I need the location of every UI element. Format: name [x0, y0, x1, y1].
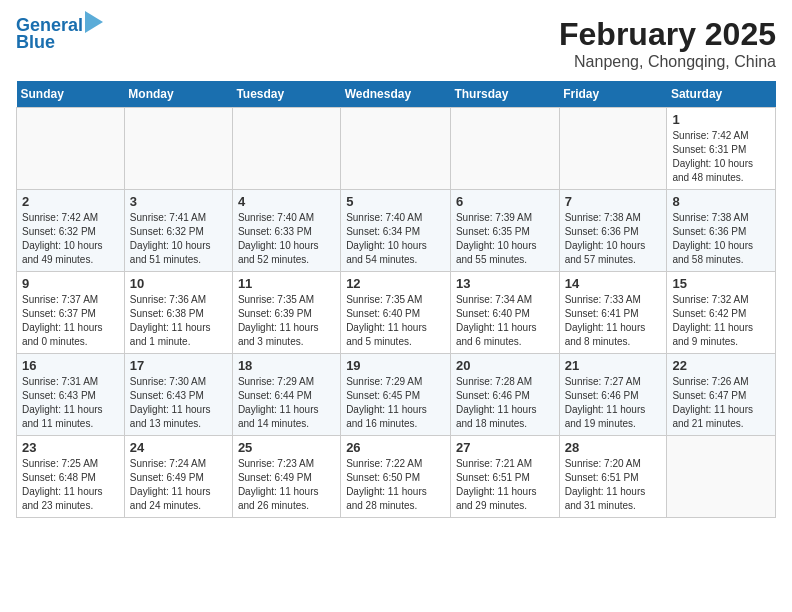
calendar-cell: 18Sunrise: 7:29 AM Sunset: 6:44 PM Dayli…: [232, 354, 340, 436]
calendar-cell: 16Sunrise: 7:31 AM Sunset: 6:43 PM Dayli…: [17, 354, 125, 436]
day-info: Sunrise: 7:34 AM Sunset: 6:40 PM Dayligh…: [456, 293, 554, 349]
weekday-header-monday: Monday: [124, 81, 232, 108]
month-year: February 2025: [559, 16, 776, 53]
day-info: Sunrise: 7:42 AM Sunset: 6:31 PM Dayligh…: [672, 129, 770, 185]
weekday-header-friday: Friday: [559, 81, 667, 108]
day-info: Sunrise: 7:32 AM Sunset: 6:42 PM Dayligh…: [672, 293, 770, 349]
calendar-cell: 20Sunrise: 7:28 AM Sunset: 6:46 PM Dayli…: [450, 354, 559, 436]
logo-blue-text: Blue: [16, 32, 55, 53]
day-number: 13: [456, 276, 554, 291]
calendar-cell: [341, 108, 451, 190]
calendar-cell: [124, 108, 232, 190]
day-number: 11: [238, 276, 335, 291]
calendar-week-row: 16Sunrise: 7:31 AM Sunset: 6:43 PM Dayli…: [17, 354, 776, 436]
calendar-cell: 21Sunrise: 7:27 AM Sunset: 6:46 PM Dayli…: [559, 354, 667, 436]
location: Nanpeng, Chongqing, China: [559, 53, 776, 71]
day-number: 8: [672, 194, 770, 209]
day-number: 23: [22, 440, 119, 455]
calendar-cell: 28Sunrise: 7:20 AM Sunset: 6:51 PM Dayli…: [559, 436, 667, 518]
calendar-cell: 6Sunrise: 7:39 AM Sunset: 6:35 PM Daylig…: [450, 190, 559, 272]
weekday-header-wednesday: Wednesday: [341, 81, 451, 108]
day-info: Sunrise: 7:35 AM Sunset: 6:39 PM Dayligh…: [238, 293, 335, 349]
calendar-cell: [450, 108, 559, 190]
weekday-header-sunday: Sunday: [17, 81, 125, 108]
calendar-cell: [667, 436, 776, 518]
day-number: 26: [346, 440, 445, 455]
day-number: 5: [346, 194, 445, 209]
calendar-cell: 8Sunrise: 7:38 AM Sunset: 6:36 PM Daylig…: [667, 190, 776, 272]
day-number: 17: [130, 358, 227, 373]
day-number: 22: [672, 358, 770, 373]
day-number: 24: [130, 440, 227, 455]
day-number: 25: [238, 440, 335, 455]
day-info: Sunrise: 7:33 AM Sunset: 6:41 PM Dayligh…: [565, 293, 662, 349]
calendar-cell: 27Sunrise: 7:21 AM Sunset: 6:51 PM Dayli…: [450, 436, 559, 518]
day-info: Sunrise: 7:25 AM Sunset: 6:48 PM Dayligh…: [22, 457, 119, 513]
weekday-header-thursday: Thursday: [450, 81, 559, 108]
day-number: 3: [130, 194, 227, 209]
calendar-cell: 2Sunrise: 7:42 AM Sunset: 6:32 PM Daylig…: [17, 190, 125, 272]
day-number: 2: [22, 194, 119, 209]
weekday-header-row: SundayMondayTuesdayWednesdayThursdayFrid…: [17, 81, 776, 108]
day-info: Sunrise: 7:20 AM Sunset: 6:51 PM Dayligh…: [565, 457, 662, 513]
calendar-table: SundayMondayTuesdayWednesdayThursdayFrid…: [16, 81, 776, 518]
day-number: 12: [346, 276, 445, 291]
day-info: Sunrise: 7:28 AM Sunset: 6:46 PM Dayligh…: [456, 375, 554, 431]
calendar-week-row: 9Sunrise: 7:37 AM Sunset: 6:37 PM Daylig…: [17, 272, 776, 354]
calendar-cell: 4Sunrise: 7:40 AM Sunset: 6:33 PM Daylig…: [232, 190, 340, 272]
day-number: 15: [672, 276, 770, 291]
calendar-week-row: 1Sunrise: 7:42 AM Sunset: 6:31 PM Daylig…: [17, 108, 776, 190]
calendar-cell: 11Sunrise: 7:35 AM Sunset: 6:39 PM Dayli…: [232, 272, 340, 354]
day-info: Sunrise: 7:31 AM Sunset: 6:43 PM Dayligh…: [22, 375, 119, 431]
calendar-cell: 24Sunrise: 7:24 AM Sunset: 6:49 PM Dayli…: [124, 436, 232, 518]
day-number: 28: [565, 440, 662, 455]
calendar-cell: 26Sunrise: 7:22 AM Sunset: 6:50 PM Dayli…: [341, 436, 451, 518]
day-info: Sunrise: 7:29 AM Sunset: 6:45 PM Dayligh…: [346, 375, 445, 431]
calendar-cell: 13Sunrise: 7:34 AM Sunset: 6:40 PM Dayli…: [450, 272, 559, 354]
day-info: Sunrise: 7:40 AM Sunset: 6:33 PM Dayligh…: [238, 211, 335, 267]
calendar-cell: 10Sunrise: 7:36 AM Sunset: 6:38 PM Dayli…: [124, 272, 232, 354]
day-number: 6: [456, 194, 554, 209]
calendar-cell: 3Sunrise: 7:41 AM Sunset: 6:32 PM Daylig…: [124, 190, 232, 272]
calendar-cell: 7Sunrise: 7:38 AM Sunset: 6:36 PM Daylig…: [559, 190, 667, 272]
calendar-cell: 25Sunrise: 7:23 AM Sunset: 6:49 PM Dayli…: [232, 436, 340, 518]
calendar-cell: [17, 108, 125, 190]
calendar-cell: 22Sunrise: 7:26 AM Sunset: 6:47 PM Dayli…: [667, 354, 776, 436]
day-number: 10: [130, 276, 227, 291]
calendar-cell: 23Sunrise: 7:25 AM Sunset: 6:48 PM Dayli…: [17, 436, 125, 518]
calendar-week-row: 2Sunrise: 7:42 AM Sunset: 6:32 PM Daylig…: [17, 190, 776, 272]
logo: General Blue: [16, 16, 103, 53]
day-info: Sunrise: 7:42 AM Sunset: 6:32 PM Dayligh…: [22, 211, 119, 267]
day-info: Sunrise: 7:40 AM Sunset: 6:34 PM Dayligh…: [346, 211, 445, 267]
calendar-cell: [232, 108, 340, 190]
day-number: 9: [22, 276, 119, 291]
title-block: February 2025 Nanpeng, Chongqing, China: [559, 16, 776, 71]
day-number: 14: [565, 276, 662, 291]
calendar-cell: 1Sunrise: 7:42 AM Sunset: 6:31 PM Daylig…: [667, 108, 776, 190]
day-info: Sunrise: 7:26 AM Sunset: 6:47 PM Dayligh…: [672, 375, 770, 431]
day-info: Sunrise: 7:36 AM Sunset: 6:38 PM Dayligh…: [130, 293, 227, 349]
calendar-week-row: 23Sunrise: 7:25 AM Sunset: 6:48 PM Dayli…: [17, 436, 776, 518]
page-header: General Blue February 2025 Nanpeng, Chon…: [16, 16, 776, 71]
day-number: 16: [22, 358, 119, 373]
day-number: 19: [346, 358, 445, 373]
svg-marker-0: [85, 11, 103, 33]
day-number: 4: [238, 194, 335, 209]
day-info: Sunrise: 7:29 AM Sunset: 6:44 PM Dayligh…: [238, 375, 335, 431]
logo-arrow-icon: [85, 11, 103, 33]
calendar-cell: 17Sunrise: 7:30 AM Sunset: 6:43 PM Dayli…: [124, 354, 232, 436]
day-info: Sunrise: 7:38 AM Sunset: 6:36 PM Dayligh…: [672, 211, 770, 267]
day-number: 18: [238, 358, 335, 373]
day-info: Sunrise: 7:21 AM Sunset: 6:51 PM Dayligh…: [456, 457, 554, 513]
day-info: Sunrise: 7:39 AM Sunset: 6:35 PM Dayligh…: [456, 211, 554, 267]
calendar-cell: 19Sunrise: 7:29 AM Sunset: 6:45 PM Dayli…: [341, 354, 451, 436]
day-number: 21: [565, 358, 662, 373]
weekday-header-tuesday: Tuesday: [232, 81, 340, 108]
day-number: 20: [456, 358, 554, 373]
day-number: 27: [456, 440, 554, 455]
day-info: Sunrise: 7:23 AM Sunset: 6:49 PM Dayligh…: [238, 457, 335, 513]
day-info: Sunrise: 7:35 AM Sunset: 6:40 PM Dayligh…: [346, 293, 445, 349]
weekday-header-saturday: Saturday: [667, 81, 776, 108]
day-info: Sunrise: 7:22 AM Sunset: 6:50 PM Dayligh…: [346, 457, 445, 513]
calendar-cell: 15Sunrise: 7:32 AM Sunset: 6:42 PM Dayli…: [667, 272, 776, 354]
